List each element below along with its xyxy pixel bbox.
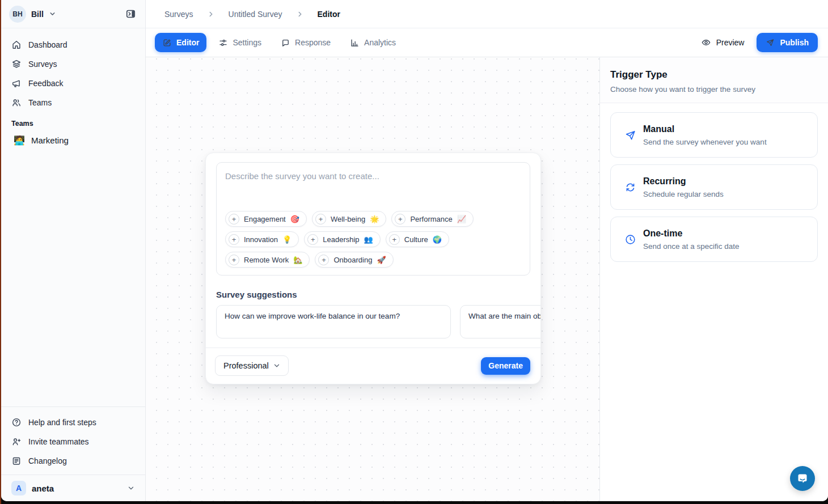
sidebar-item-teams[interactable]: Teams: [7, 93, 140, 112]
chip-remote-work[interactable]: +Remote Work🏡: [225, 252, 310, 268]
survey-composer-card: Describe the survey you want to create..…: [205, 153, 541, 384]
breadcrumb-editor: Editor: [318, 10, 340, 19]
chip-emoji: 🌍: [433, 235, 442, 244]
trigger-description: Send once at a specific date: [643, 242, 740, 251]
suggestion-card[interactable]: How can we improve work-life balance in …: [216, 305, 451, 338]
suggestion-card[interactable]: What are the main ob: [460, 305, 540, 338]
trigger-description: Send the survey whenever you want: [643, 138, 767, 146]
chevron-right-icon: [207, 10, 215, 18]
generate-button[interactable]: Generate: [481, 357, 530, 375]
chip-well-being[interactable]: +Well-being🌟: [312, 211, 386, 227]
sidebar-item-surveys[interactable]: Surveys: [7, 54, 140, 74]
chip-emoji: 🏡: [293, 256, 302, 264]
user-menu[interactable]: A aneta: [7, 478, 140, 499]
survey-prompt-input[interactable]: Describe the survey you want to create..…: [216, 162, 530, 276]
plus-icon: +: [229, 214, 239, 225]
layers-icon: [11, 59, 22, 69]
preview-button[interactable]: Preview: [701, 37, 745, 48]
chip-leadership[interactable]: +Leadership👥: [304, 231, 381, 247]
main-area: Surveys Untitled Survey Editor Editor: [146, 0, 828, 501]
sidebar-item-feedback[interactable]: Feedback: [7, 74, 140, 93]
sidebar-team-marketing[interactable]: 🧑‍💻 Marketing: [7, 130, 140, 150]
chevron-right-icon: [296, 10, 304, 18]
publish-label: Publish: [780, 38, 809, 47]
panel-subtitle: Choose how you want to trigger the surve…: [610, 85, 818, 94]
tab-label: Response: [295, 38, 331, 47]
chevron-down-icon: [127, 484, 135, 492]
trigger-type-panel: Trigger Type Choose how you want to trig…: [599, 57, 828, 501]
sidebar-item-help[interactable]: Help and first steps: [7, 413, 140, 432]
chip-label: Onboarding: [333, 256, 372, 264]
toolbar: Editor Settings Response Analytics: [146, 28, 828, 57]
chip-onboarding[interactable]: +Onboarding🚀: [315, 252, 393, 268]
chevron-down-icon: [49, 10, 56, 18]
sidebar-item-invite[interactable]: Invite teammates: [7, 432, 140, 451]
chip-label: Culture: [404, 235, 428, 244]
editor-canvas: Describe the survey you want to create..…: [146, 57, 599, 501]
plus-icon: +: [229, 234, 239, 245]
breadcrumb-untitled-survey[interactable]: Untitled Survey: [229, 10, 282, 19]
eye-icon: [701, 37, 711, 48]
topic-chips: +Engagement🎯 +Well-being🌟 +Performance📈 …: [225, 211, 522, 268]
composer-footer: Professional Generate: [206, 348, 540, 384]
chip-innovation[interactable]: +Innovation💡: [225, 231, 299, 247]
chip-performance[interactable]: +Performance📈: [391, 211, 474, 227]
user-plus-icon: [11, 437, 22, 447]
publish-button[interactable]: Publish: [757, 33, 818, 52]
chip-engagement[interactable]: +Engagement🎯: [225, 211, 307, 227]
tab-settings[interactable]: Settings: [211, 33, 269, 52]
chip-culture[interactable]: +Culture🌍: [386, 231, 449, 247]
tab-editor[interactable]: Editor: [155, 33, 206, 52]
chip-label: Performance: [410, 215, 452, 223]
divider: [1, 475, 145, 475]
user-avatar: A: [11, 481, 26, 495]
chip-emoji: 🎯: [290, 215, 299, 223]
plus-icon: +: [315, 214, 326, 225]
plus-icon: +: [318, 255, 329, 265]
suggestions-title: Survey suggestions: [216, 290, 530, 299]
plus-icon: +: [395, 214, 405, 225]
chip-label: Well-being: [331, 215, 365, 223]
sidebar-nav: Dashboard Surveys Feedback Teams: [1, 28, 145, 150]
chat-launcher-button[interactable]: [790, 466, 815, 491]
workspace-switcher[interactable]: BH Bill: [9, 6, 56, 23]
chip-label: Remote Work: [244, 256, 289, 264]
chip-emoji: 👥: [364, 235, 373, 244]
chat-bubble-icon: [281, 38, 290, 48]
tab-label: Settings: [233, 38, 261, 47]
prompt-placeholder: Describe the survey you want to create..…: [225, 171, 522, 181]
send-icon: [766, 38, 775, 47]
sidebar-item-changelog[interactable]: Changelog: [7, 451, 140, 471]
chip-emoji: 📈: [457, 215, 466, 223]
sidebar: BH Bill Dashboard: [1, 0, 146, 501]
sliders-icon: [218, 38, 228, 48]
sidebar-header: BH Bill: [1, 0, 145, 28]
chip-emoji: 💡: [282, 235, 292, 244]
sidebar-item-label: Dashboard: [28, 40, 67, 49]
suggestions-row: How can we improve work-life balance in …: [216, 305, 540, 338]
sidebar-item-label: Teams: [28, 98, 52, 107]
breadcrumb: Surveys Untitled Survey Editor: [146, 0, 828, 28]
users-icon: [11, 98, 22, 108]
tab-response[interactable]: Response: [273, 33, 338, 52]
clock-icon: [624, 234, 636, 245]
home-icon: [11, 40, 22, 50]
tab-analytics[interactable]: Analytics: [343, 33, 403, 52]
tone-select[interactable]: Professional: [215, 355, 289, 376]
newspaper-icon: [11, 456, 22, 466]
workspace-name: Bill: [31, 10, 44, 19]
help-circle-icon: [11, 417, 22, 427]
trigger-option-recurring[interactable]: Recurring Schedule regular sends: [610, 164, 818, 210]
footer-item-label: Invite teammates: [28, 437, 89, 446]
sidebar-footer: Help and first steps Invite teammates Ch…: [1, 406, 145, 501]
trigger-option-one-time[interactable]: One-time Send once at a specific date: [610, 217, 818, 262]
breadcrumb-surveys[interactable]: Surveys: [164, 10, 193, 19]
technologist-emoji-icon: 🧑‍💻: [14, 135, 25, 146]
preview-label: Preview: [716, 38, 745, 47]
trigger-option-manual[interactable]: Manual Send the survey whenever you want: [610, 112, 818, 158]
collapse-sidebar-button[interactable]: [123, 7, 138, 22]
bar-chart-icon: [350, 38, 360, 48]
sidebar-item-dashboard[interactable]: Dashboard: [7, 35, 140, 54]
tab-label: Editor: [176, 38, 199, 47]
plus-icon: +: [229, 255, 239, 265]
